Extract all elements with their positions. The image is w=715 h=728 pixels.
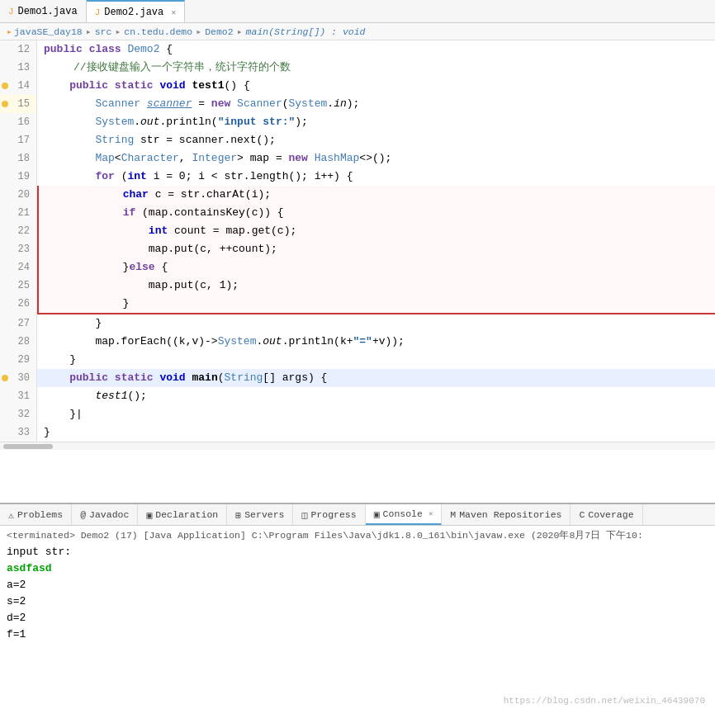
- code-line-16: 16 System.out.println("input str:");: [0, 113, 715, 131]
- code-line-12: 12 public class Demo2 {: [0, 40, 715, 59]
- line-content-32[interactable]: }|: [37, 405, 715, 423]
- line-num-33: 33: [0, 423, 37, 442]
- bottom-panel: ⚠ Problems @ Javadoc ▣ Declaration ⊞ Ser…: [0, 503, 715, 712]
- line-content-28[interactable]: map.forEach((k,v)->System.out.println(k+…: [37, 333, 715, 351]
- watermark: https://blog.csdn.net/weixin_46439070: [504, 696, 705, 706]
- scrollbar-thumb[interactable]: [3, 444, 53, 449]
- line-num-21: 21: [0, 204, 37, 222]
- line-content-21[interactable]: if (map.containsKey(c)) {: [37, 204, 715, 222]
- line-num-19: 19: [0, 168, 37, 186]
- code-line-21: 21 if (map.containsKey(c)) {: [0, 204, 715, 222]
- panel-tab-servers[interactable]: ⊞ Servers: [227, 504, 293, 525]
- line-content-24[interactable]: }else {: [37, 258, 715, 277]
- line-content-27[interactable]: }: [37, 314, 715, 333]
- line-num-22: 22: [0, 222, 37, 240]
- line-content-15[interactable]: Scanner scanner = new Scanner(System.in)…: [37, 95, 715, 113]
- line-num-24: 24: [0, 258, 37, 277]
- line-num-16: 16: [0, 113, 37, 131]
- javadoc-icon: @: [80, 509, 86, 520]
- line-content-25[interactable]: map.put(c, 1);: [37, 277, 715, 295]
- declaration-label: Declaration: [155, 509, 218, 520]
- breadcrumb-method[interactable]: main(String[]) : void: [246, 26, 366, 37]
- line-num-14: 14: [0, 77, 37, 95]
- tab-demo2[interactable]: J Demo2.java ✕: [87, 0, 186, 22]
- panel-tabs: ⚠ Problems @ Javadoc ▣ Declaration ⊞ Ser…: [0, 504, 715, 526]
- line-num-31: 31: [0, 387, 37, 405]
- line-content-26[interactable]: }: [37, 295, 715, 314]
- code-line-13: 13 //接收键盘输入一个字符串，统计字符的个数: [0, 59, 715, 77]
- console-line-2: asdfasd: [7, 560, 708, 577]
- panel-tab-progress[interactable]: ◫ Progress: [293, 504, 365, 525]
- code-line-26: 26 }: [0, 295, 715, 314]
- console-line-3: a=2: [7, 577, 708, 593]
- line-content-17[interactable]: String str = scanner.next();: [37, 131, 715, 149]
- line-content-18[interactable]: Map<Character, Integer> map = new HashMa…: [37, 149, 715, 168]
- line-content-33[interactable]: }: [37, 423, 715, 442]
- tab-demo1[interactable]: J Demo1.java: [0, 0, 87, 22]
- line-content-30[interactable]: public static void main(String[] args) {: [37, 369, 715, 387]
- breadcrumb-icon: ▸: [7, 26, 12, 37]
- breadcrumb-class[interactable]: Demo2: [205, 26, 234, 37]
- console-close[interactable]: ✕: [429, 509, 433, 518]
- tab-demo1-icon: J: [8, 7, 14, 17]
- panel-tab-maven[interactable]: M Maven Repositories: [442, 504, 571, 525]
- code-line-22: 22 int count = map.get(c);: [0, 222, 715, 240]
- code-line-31: 31 test1();: [0, 387, 715, 405]
- tab-demo2-icon: J: [95, 7, 101, 17]
- console-header: <terminated> Demo2 (17) [Java Applicatio…: [7, 529, 708, 541]
- code-line-20: 20 char c = str.charAt(i);: [0, 186, 715, 204]
- code-line-17: 17 String str = scanner.next();: [0, 131, 715, 149]
- javadoc-label: Javadoc: [89, 509, 129, 520]
- line-content-12[interactable]: public class Demo2 {: [37, 40, 715, 59]
- problems-icon: ⚠: [8, 509, 14, 521]
- panel-tab-coverage[interactable]: C Coverage: [571, 504, 642, 525]
- code-line-18: 18 Map<Character, Integer> map = new Has…: [0, 149, 715, 168]
- line-num-25: 25: [0, 277, 37, 295]
- console-line-6: f=1: [7, 626, 708, 643]
- line-num-13: 13: [0, 59, 37, 77]
- panel-tab-javadoc[interactable]: @ Javadoc: [72, 504, 138, 525]
- coverage-label: Coverage: [588, 509, 633, 520]
- breadcrumb-src[interactable]: src: [95, 26, 112, 37]
- line-content-31[interactable]: test1();: [37, 387, 715, 405]
- breadcrumb: ▸ javaSE_day18 ▸ src ▸ cn.tedu.demo ▸ De…: [0, 23, 715, 40]
- panel-tab-declaration[interactable]: ▣ Declaration: [138, 504, 227, 525]
- line-num-29: 29: [0, 351, 37, 369]
- console-label: Console: [383, 508, 423, 519]
- tab-demo2-label: Demo2.java: [104, 7, 163, 18]
- code-line-30: 30 public static void main(String[] args…: [0, 369, 715, 387]
- horizontal-scrollbar[interactable]: [0, 442, 715, 450]
- line-content-29[interactable]: }: [37, 351, 715, 369]
- line-num-27: 27: [0, 314, 37, 333]
- coverage-icon: C: [579, 509, 585, 520]
- line-content-20[interactable]: char c = str.charAt(i);: [37, 186, 715, 204]
- breadcrumb-project[interactable]: javaSE_day18: [14, 26, 83, 37]
- progress-icon: ◫: [301, 509, 307, 521]
- line-content-16[interactable]: System.out.println("input str:");: [37, 113, 715, 131]
- maven-icon: M: [450, 509, 456, 520]
- line-content-23[interactable]: map.put(c, ++count);: [37, 240, 715, 258]
- declaration-icon: ▣: [146, 509, 152, 521]
- panel-tab-console[interactable]: ▣ Console ✕: [366, 504, 443, 525]
- line-num-30: 30: [0, 369, 37, 387]
- code-editor[interactable]: 12 public class Demo2 { 13 //接收键盘输入一个字符串…: [0, 40, 715, 503]
- line-num-20: 20: [0, 186, 37, 204]
- progress-label: Progress: [310, 509, 356, 520]
- line-content-19[interactable]: for (int i = 0; i < str.length(); i++) {: [37, 168, 715, 186]
- tab-demo2-close[interactable]: ✕: [171, 7, 176, 17]
- code-line-25: 25 map.put(c, 1);: [0, 277, 715, 295]
- line-content-13[interactable]: //接收键盘输入一个字符串，统计字符的个数: [37, 59, 715, 77]
- maven-label: Maven Repositories: [459, 509, 561, 520]
- code-line-24: 24 }else {: [0, 258, 715, 277]
- line-num-28: 28: [0, 333, 37, 351]
- breadcrumb-package[interactable]: cn.tedu.demo: [124, 26, 192, 37]
- line-content-22[interactable]: int count = map.get(c);: [37, 222, 715, 240]
- line-num-26: 26: [0, 295, 37, 314]
- tab-bar: J Demo1.java J Demo2.java ✕: [0, 0, 715, 23]
- line-num-12: 12: [0, 40, 37, 59]
- tab-demo1-label: Demo1.java: [18, 6, 78, 17]
- code-line-15: 15 Scanner scanner = new Scanner(System.…: [0, 95, 715, 113]
- line-content-14[interactable]: public static void test1() {: [37, 77, 715, 95]
- code-line-28: 28 map.forEach((k,v)->System.out.println…: [0, 333, 715, 351]
- panel-tab-problems[interactable]: ⚠ Problems: [0, 504, 72, 525]
